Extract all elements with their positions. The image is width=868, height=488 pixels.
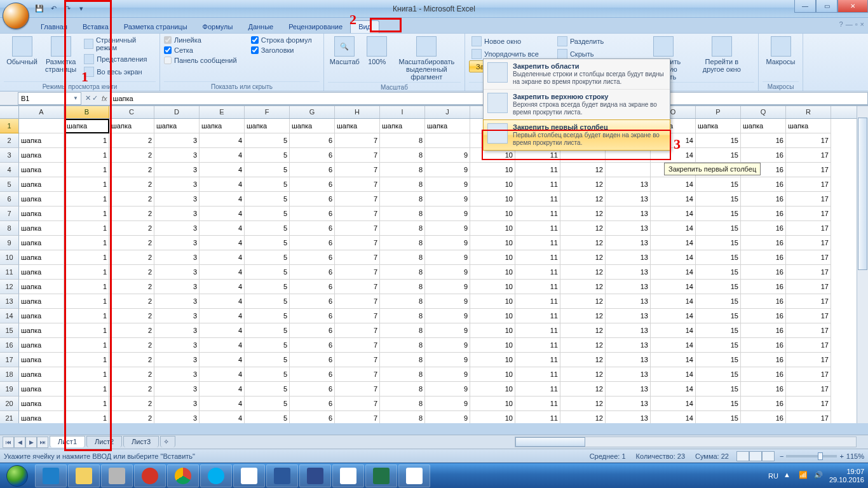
- cell[interactable]: 2: [109, 163, 154, 177]
- cell[interactable]: 5: [245, 221, 290, 236]
- cell[interactable]: шапка: [19, 294, 64, 309]
- col-header-A[interactable]: A: [19, 106, 64, 118]
- row-header[interactable]: 4: [0, 163, 19, 177]
- cell[interactable]: 9: [425, 338, 470, 353]
- cell[interactable]: 16: [741, 367, 786, 382]
- tab-data[interactable]: Данные: [240, 21, 281, 33]
- cell[interactable]: 15: [696, 265, 741, 280]
- cell[interactable]: 17: [786, 163, 831, 177]
- cell[interactable]: 9: [425, 353, 470, 367]
- sheet-tab-2[interactable]: Лист2: [86, 436, 122, 447]
- cell[interactable]: 16: [741, 353, 786, 367]
- sheet-tab-3[interactable]: Лист3: [123, 436, 159, 447]
- cell[interactable]: 2: [109, 353, 154, 367]
- cell[interactable]: 10: [470, 338, 515, 353]
- sheet-nav-last[interactable]: ⏭: [37, 437, 48, 448]
- zoom-out-button[interactable]: −: [780, 452, 783, 460]
- fx-label[interactable]: fx: [102, 95, 107, 102]
- cell[interactable]: 4: [200, 177, 245, 192]
- cell[interactable]: 8: [380, 367, 425, 382]
- cell[interactable]: 15: [696, 207, 741, 221]
- vscroll-thumb[interactable]: [858, 118, 867, 270]
- cell[interactable]: шапка: [19, 309, 64, 323]
- tab-formulas[interactable]: Формулы: [195, 21, 241, 33]
- tab-review[interactable]: Рецензирование: [281, 21, 350, 33]
- taskbar-explorer[interactable]: [68, 464, 100, 487]
- cell[interactable]: [606, 163, 651, 177]
- row-header[interactable]: 3: [0, 148, 19, 163]
- cell[interactable]: 6: [290, 353, 335, 367]
- select-all-corner[interactable]: [0, 106, 19, 118]
- cell[interactable]: 4: [200, 323, 245, 338]
- col-header-G[interactable]: G: [290, 106, 335, 118]
- cell[interactable]: 4: [200, 294, 245, 309]
- cell[interactable]: 7: [335, 294, 380, 309]
- cell[interactable]: 3: [154, 294, 200, 309]
- cell[interactable]: шапка: [19, 236, 64, 250]
- col-header-J[interactable]: J: [425, 106, 470, 118]
- cell[interactable]: 1: [64, 294, 109, 309]
- cell[interactable]: 4: [200, 396, 245, 411]
- cell[interactable]: 5: [245, 148, 290, 163]
- cell[interactable]: 4: [200, 367, 245, 382]
- cell[interactable]: 12: [560, 411, 606, 423]
- zoom-slider-thumb[interactable]: [818, 452, 823, 460]
- cell[interactable]: 1: [64, 163, 109, 177]
- cell[interactable]: 14: [651, 353, 696, 367]
- taskbar-save[interactable]: [299, 464, 331, 487]
- cell[interactable]: шапка: [19, 338, 64, 353]
- cell[interactable]: 6: [290, 177, 335, 192]
- cell[interactable]: 10: [470, 309, 515, 323]
- cell[interactable]: 3: [154, 353, 200, 367]
- cell[interactable]: 6: [290, 192, 335, 207]
- hscroll-thumb[interactable]: [515, 437, 585, 447]
- cell[interactable]: 4: [200, 163, 245, 177]
- cell[interactable]: шапка: [19, 192, 64, 207]
- col-header-B[interactable]: B: [64, 106, 109, 118]
- cell[interactable]: 6: [290, 236, 335, 250]
- row-header[interactable]: 11: [0, 265, 19, 280]
- cell[interactable]: 9: [425, 382, 470, 396]
- cell[interactable]: 1: [64, 236, 109, 250]
- cell[interactable]: 2: [109, 250, 154, 265]
- cell[interactable]: шапка: [19, 367, 64, 382]
- cell[interactable]: 15: [696, 382, 741, 396]
- cell[interactable]: 2: [109, 192, 154, 207]
- cell[interactable]: 5: [245, 411, 290, 423]
- cell[interactable]: 16: [741, 177, 786, 192]
- cell[interactable]: 10: [470, 236, 515, 250]
- cell[interactable]: 17: [786, 221, 831, 236]
- cell[interactable]: 9: [425, 265, 470, 280]
- cell[interactable]: 17: [786, 236, 831, 250]
- cell[interactable]: 5: [245, 250, 290, 265]
- office-button[interactable]: [3, 3, 29, 29]
- cell[interactable]: 5: [245, 265, 290, 280]
- tray-lang[interactable]: RU: [768, 472, 778, 480]
- cell[interactable]: 16: [741, 192, 786, 207]
- cell[interactable]: 1: [64, 411, 109, 423]
- cell[interactable]: 9: [425, 250, 470, 265]
- cell[interactable]: 9: [425, 236, 470, 250]
- cell[interactable]: 2: [109, 382, 154, 396]
- qat-dropdown-icon[interactable]: ▾: [75, 3, 88, 15]
- cell[interactable]: 15: [696, 309, 741, 323]
- cell[interactable]: 7: [335, 250, 380, 265]
- msgbar-checkbox[interactable]: Панель сообщений: [164, 55, 237, 65]
- tray-volume-icon[interactable]: 🔊: [814, 471, 824, 481]
- cell[interactable]: 17: [786, 382, 831, 396]
- cell[interactable]: 7: [335, 236, 380, 250]
- cell[interactable]: 9: [425, 192, 470, 207]
- cell[interactable]: 9: [425, 280, 470, 294]
- cell[interactable]: 11: [515, 367, 560, 382]
- cell[interactable]: 17: [786, 353, 831, 367]
- cell[interactable]: 16: [741, 323, 786, 338]
- row-header[interactable]: 9: [0, 236, 19, 250]
- cell[interactable]: 1: [64, 207, 109, 221]
- cell[interactable]: 4: [200, 338, 245, 353]
- cell[interactable]: 14: [651, 250, 696, 265]
- cell[interactable]: 2: [109, 148, 154, 163]
- cell[interactable]: 2: [109, 280, 154, 294]
- cell[interactable]: 14: [651, 236, 696, 250]
- cell[interactable]: 15: [696, 250, 741, 265]
- close-button[interactable]: ✕: [837, 0, 868, 13]
